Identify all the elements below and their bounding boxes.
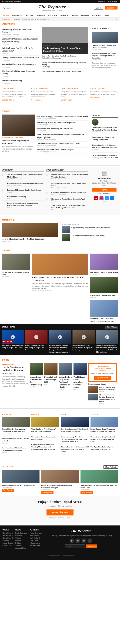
sponsored-title[interactable]: The Authorities of El Salvador Told Abou… xyxy=(72,234,104,237)
expert-opinions-link[interactable]: Go to Opinions xyxy=(31,99,59,101)
listen-title-1[interactable]: Slowdown in Annual Price Growth in April xyxy=(2,484,40,486)
opinion-title[interactable]: The Authorities of El Salvador Told Abou… xyxy=(92,144,118,151)
footer-facebook-icon[interactable]: f xyxy=(88,538,92,543)
sports-item-title[interactable]: Online Butler's Only World Additional Pu… xyxy=(59,376,72,389)
culture-title[interactable]: Italy Cheeses Opera Give Coffee xyxy=(90,294,118,296)
politics-featured-title[interactable]: President Biden departing for South Kore… xyxy=(2,139,35,145)
sports-item-title[interactable]: World Rugby Seven: Australian Screams Su… xyxy=(74,376,87,389)
footer-link[interactable]: Home Page 1 xyxy=(2,532,13,534)
ranked-title[interactable]: Slowdown in Annual Price Growth in April xyxy=(51,198,85,200)
news-title[interactable]: Dmitry Bivol Outclasses Canelo Alvarez i… xyxy=(2,38,40,43)
listen-title-2[interactable]: Ethnic Minority Entrepreneurs Oppose Res… xyxy=(41,484,79,489)
politics-item-title[interactable]: How to Play American Football for Beginn… xyxy=(37,121,88,124)
youtube-icon[interactable]: ▶ xyxy=(94,196,98,200)
nav-item-culture[interactable]: Culture xyxy=(23,13,35,18)
footer-link[interactable]: Business xyxy=(15,535,27,536)
watch-title[interactable]: Russia accused of creating almost $80,00… xyxy=(49,344,71,353)
tech-title-3[interactable]: The Authorities of El Salvador Told Abou… xyxy=(61,446,89,453)
tech-title-2[interactable]: Bitcoin Exchange Now Has Decreased Becau… xyxy=(61,436,89,443)
finance-title-3[interactable]: Cryptocurrency Brokers are Gaining Momen… xyxy=(31,443,59,450)
nav-item-home[interactable]: Home xyxy=(2,13,10,18)
culture-title[interactable]: The Infinite Deaths of Social Media xyxy=(90,271,118,274)
culture-title[interactable]: First the UK, New France: Is Needle-figh… xyxy=(90,318,118,322)
signin-button[interactable]: Sign In xyxy=(94,6,103,10)
twitter-icon[interactable]: 🐦 xyxy=(105,196,109,200)
play-button[interactable]: ▶ xyxy=(58,335,62,339)
news-title[interactable]: How to Play American Football for Beginn… xyxy=(2,28,40,34)
politics-item-title[interactable]: Ukraine Invasion Could Cause Global Food… xyxy=(37,142,88,145)
ranked-title[interactable]: The Breakthrough', as Ukraine Claims Rus… xyxy=(7,173,44,178)
featured-sub2-link[interactable]: Dmitry Bivol Outclasses Canelo Alvarez i… xyxy=(42,62,86,66)
footer-link[interactable]: Archived Here xyxy=(30,545,42,546)
breadcrumb-home[interactable]: HomeFront xyxy=(2,18,10,20)
nav-item-business[interactable]: Business xyxy=(10,13,23,18)
try-now-button[interactable]: Try Now Free xyxy=(94,376,111,380)
sports-item-title[interactable]: Formula 1 Got a New Design 2022 xyxy=(44,376,58,384)
watch-title[interactable]: Read News in Bangladesh kills nearly 50 … xyxy=(2,344,24,349)
instagram-icon[interactable]: 📷 xyxy=(100,196,104,200)
politics-see-all[interactable]: → xyxy=(117,110,118,112)
latest-podcasts-link[interactable]: Go to Podcasts xyxy=(61,99,89,101)
footer-link[interactable]: Culture xyxy=(15,537,27,539)
latest-videos-link[interactable]: Go to Videos xyxy=(90,96,118,98)
play-button[interactable]: ▶ xyxy=(82,335,86,339)
news-title[interactable]: New Zealand beat Australian Glampers xyxy=(2,63,40,66)
prev-icon[interactable]: ‹ xyxy=(116,18,117,20)
featured-title[interactable]: 'No Breakthrough', as Ukraine Claims Rus… xyxy=(43,47,87,53)
ranked-title[interactable]: Ethnic Minority Entrepreneurs Oppose Res… xyxy=(7,202,44,207)
footer-link[interactable]: Science xyxy=(15,545,27,546)
sports-item-title[interactable]: Expert Rules: Who Will Win the Champions… xyxy=(30,376,43,386)
business-title-3[interactable]: Save Fam Social Media Fans in Ukrainian … xyxy=(2,446,30,452)
watch-title[interactable]: Approximately 80 percent of households i… xyxy=(96,344,118,353)
footer-link[interactable]: Adam Gordon xyxy=(30,535,42,536)
rec-video-title[interactable]: The Authorities of El Salvador Told Abou… xyxy=(99,394,118,402)
subscribe-button[interactable]: Subscribe xyxy=(105,6,118,10)
culture-title[interactable]: Doctor Who to Feature First Black actor xyxy=(2,271,30,276)
footer-link[interactable]: For Subscribers xyxy=(15,532,27,534)
culture-featured-title[interactable]: Take a Look Back at the Most Absurd Met … xyxy=(32,276,88,282)
footer-email-input[interactable] xyxy=(65,544,85,548)
politics-item-title[interactable]: Slowdown in Annual Price Growth in April xyxy=(37,148,88,151)
footer-twitter-icon[interactable]: 🐦 xyxy=(82,538,86,543)
footer-subscribe-button[interactable]: Subscribe xyxy=(86,544,96,548)
ranked-title[interactable]: How to Start Swimming xyxy=(7,196,26,198)
opinion-title[interactable]: Dmitry Bivol Outclasses Canelo Alvarez i… xyxy=(92,126,118,131)
ranked-title[interactable]: Take a Look Back at the Most Absurd Met … xyxy=(51,204,88,209)
ranked-title[interactable]: President Biden departing for South Kore… xyxy=(7,189,41,191)
ranked-title[interactable]: Dmitry Bivol Outclasses Canelo Alvarez i… xyxy=(51,173,88,178)
footer-logo[interactable]: The Reporter xyxy=(44,529,118,533)
opinion-title[interactable]: Cryptocurrency Brokers are Gaining Momen… xyxy=(92,136,118,141)
nav-item-opinion[interactable]: Opinion xyxy=(80,13,90,18)
play-button[interactable]: ▶ xyxy=(11,335,15,339)
featured-sub1-link[interactable]: How to Play American Football for Beginn… xyxy=(42,55,77,57)
listen-title-3[interactable]: Baby Football: Getting Started with Your… xyxy=(80,484,118,489)
footer-link[interactable]: Image Credits xyxy=(2,542,13,544)
business-title-2[interactable]: Slowdown in Annual Price Growth in April xyxy=(2,437,30,442)
footer-link[interactable]: Lucy James xyxy=(30,540,42,542)
listen-more-button[interactable]: More Podcasts xyxy=(104,466,118,468)
long-reads-link[interactable]: Go to Long Reads xyxy=(2,99,30,101)
finance-title-1[interactable]: Your Employer Probably Aren't Let You In… xyxy=(31,428,59,432)
culture-see-all[interactable]: → xyxy=(117,250,118,251)
ranked-title[interactable]: Country Championship: Zack Crowley Man xyxy=(51,191,86,194)
featured-sub3-link[interactable]: Julie Rodriguez Can Fly: Will He Be Grou… xyxy=(42,70,82,72)
site-logo[interactable]: The Reporter xyxy=(10,4,94,10)
newsletter-signup-link[interactable]: Sign Up for Our Newsletter xyxy=(2,0,22,2)
footer-link[interactable]: Archived Here xyxy=(15,547,27,549)
nav-item-science[interactable]: Science xyxy=(58,13,70,18)
play-button[interactable]: ▶ xyxy=(34,335,38,339)
next-icon[interactable]: › xyxy=(118,18,118,20)
ukraine-title-1[interactable]: Ukraine Invasion Could Cause Global Food… xyxy=(92,44,118,49)
politics-item-title[interactable]: President Biden departing for South Kore… xyxy=(37,128,88,130)
business-title-1[interactable]: Ethnic Minority Entrepreneurs Oppose Res… xyxy=(2,428,30,432)
finance-title-2[interactable]: Generation Z and Designing the Future of… xyxy=(31,436,59,440)
play-episode-button-1[interactable]: Play Episode xyxy=(2,489,14,492)
footer-link[interactable]: Joann Simmons xyxy=(30,532,42,534)
footer-link[interactable]: Finance xyxy=(15,540,27,542)
ranked-title[interactable]: How to Play American Football for Beginn… xyxy=(7,182,43,184)
news-title[interactable]: Julie Rodriguez Can Fly: Will He Be Grou… xyxy=(2,47,40,52)
footer-link[interactable]: Politics xyxy=(15,542,27,544)
ukraine-title-2[interactable]: The Department of Justice Will Request T… xyxy=(92,52,118,59)
ukraine-header[interactable]: WAR IN UKRAINE → xyxy=(92,27,118,30)
news-title[interactable]: County Championship: Zack Crowley Won xyxy=(2,56,40,59)
